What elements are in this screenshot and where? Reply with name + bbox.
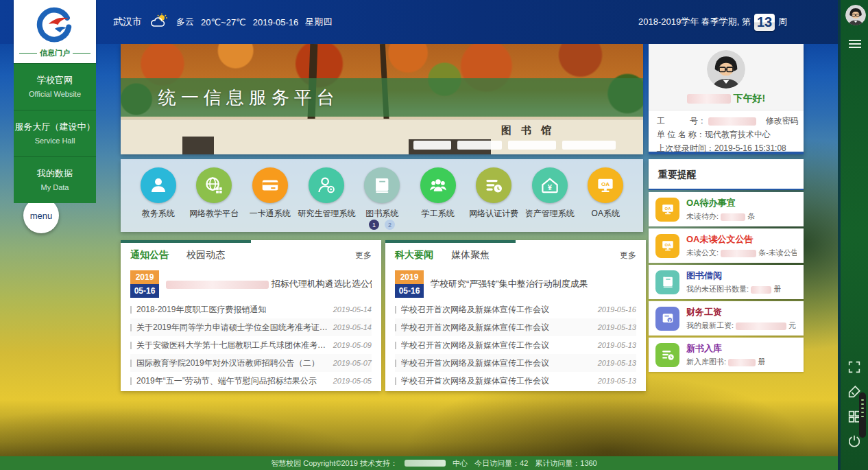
app-label: 一卡通系统: [242, 208, 298, 220]
reminder-new-books[interactable]: 新书入库 新入库图书: 册: [649, 338, 804, 372]
reminder-title-link[interactable]: 财务工资: [686, 306, 796, 318]
hamburger-menu-icon[interactable]: [849, 38, 861, 50]
news-date: 2019-05-09: [333, 341, 372, 349]
user-card: 下午好! 工 号： 修改密码 单 位 名 称：现代教育技术中心 上次登录时间：2…: [649, 44, 804, 154]
reminder-detail: 我的未还图书数量: 册: [686, 284, 781, 294]
app-label: 图书系统: [354, 208, 411, 220]
user-icon: [141, 167, 176, 203]
news-link[interactable]: 关于安徽医科大学第十七届教职工乒乓球团体准考证打印的通知: [136, 340, 328, 351]
news-link[interactable]: 学校召开首次网络及新媒体宣传工作会议: [401, 304, 592, 316]
redacted-banner-links: [413, 141, 616, 150]
date-badge: 2019 05-16: [130, 270, 159, 298]
news-row[interactable]: 学校召开首次网络及新媒体宣传工作会议 2019-05-16: [395, 301, 636, 318]
copyright-text: 智慧校园 Copyright©2019 技术支持：: [271, 458, 398, 469]
app-label: OA系统: [578, 208, 634, 220]
news-row[interactable]: 学校召开首次网络及新媒体宣传工作会议 2019-05-13: [395, 336, 636, 354]
news-row[interactable]: 2019年“五一”劳动节、端午节慰问品招标结果公示 2019-05-05: [130, 372, 372, 390]
sidebar-item-label: 服务大厅（建设中）: [14, 121, 96, 133]
news-link[interactable]: 2019年“五一”劳动节、端午节慰问品招标结果公示: [136, 375, 328, 387]
fullscreen-icon[interactable]: [847, 360, 862, 375]
book-icon: [364, 167, 400, 203]
reminder-oa-todo[interactable]: OA待办事宜 未读待办: 条: [649, 192, 804, 226]
bullet-tick-icon: [395, 377, 396, 385]
news-link[interactable]: 国际教育学院2019年对外汉语教师招聘公告（二）: [136, 357, 328, 369]
news-link[interactable]: 2018-2019年度职工医疗费报销通知: [136, 304, 328, 316]
news-link[interactable]: 学校召开首次网络及新媒体宣传工作会议: [401, 340, 592, 351]
reminder-title-link[interactable]: OA未读公文公告: [686, 233, 797, 246]
scrollbar-widget[interactable]: [859, 392, 866, 438]
reminders-panel: 重要提醒 OA待办事宜 未读待办: 条 OA未读公文公告 未读公文: 条-未读公…: [649, 159, 804, 372]
date-badge: 2019 05-16: [395, 270, 424, 298]
featured-news[interactable]: 2019 05-16 学校研究“严强转”集中整治行动制度成果: [385, 268, 646, 299]
tab-campus-news[interactable]: 校园动态: [186, 249, 225, 261]
news-link[interactable]: 学校召开首次网络及新媒体宣传工作会议: [401, 375, 592, 387]
more-link[interactable]: 更多: [355, 250, 372, 261]
university-news-list: 学校召开首次网络及新媒体宣传工作会议 2019-05-16 学校召开首次网络及新…: [385, 299, 646, 390]
news-row[interactable]: 国际教育学院2019年对外汉语教师招聘公告（二） 2019-05-07: [130, 354, 372, 372]
tab-university-news[interactable]: 科大要闻: [395, 249, 433, 261]
news-link[interactable]: 关于2019年同等学力申请硕士学位全国统考准考证打印的通知: [136, 322, 328, 333]
sidebar-item-service-hall[interactable]: 服务大厅（建设中） Service Hall: [14, 110, 96, 156]
sidebar-item-label: 我的数据: [14, 167, 96, 180]
school-logo-icon: [36, 5, 73, 43]
featured-notice[interactable]: 2019 05-16 招标代理机构遴选比选公告: [121, 268, 381, 299]
reminder-library-loans[interactable]: 图书借阅 我的未还图书数量: 册: [649, 265, 804, 299]
news-row[interactable]: 学校召开首次网络及新媒体宣传工作会议 2019-05-13: [395, 318, 636, 336]
pagination-dot-2[interactable]: 2: [385, 220, 395, 230]
news-link[interactable]: 学校召开首次网络及新媒体宣传工作会议: [401, 322, 592, 333]
banner-band: 统一信息服务平台: [121, 78, 643, 117]
news-date: 2019-05-14: [333, 305, 372, 314]
date-label: 2019-05-16: [253, 17, 299, 27]
news-row[interactable]: 2018-2019年度职工医疗费报销通知 2019-05-14: [130, 301, 372, 318]
redacted-amount: [736, 322, 786, 330]
tab-notices[interactable]: 通知公告: [130, 249, 169, 261]
tab-media-focus[interactable]: 媒体聚焦: [451, 249, 490, 261]
monitor-oa-icon: [655, 234, 679, 258]
news-row[interactable]: 关于安徽医科大学第十七届教职工乒乓球团体准考证打印的通知 2019-05-09: [130, 336, 372, 354]
notices-list: 2018-2019年度职工医疗费报销通知 2019-05-14 关于2019年同…: [121, 299, 381, 390]
weather-icon: [149, 13, 169, 32]
card-yen-icon: [655, 307, 679, 331]
app-label: 资产管理系统: [522, 208, 578, 220]
reminder-detail: 我的最新工资: 元: [686, 320, 796, 331]
featured-news-title[interactable]: 学校研究“严强转”集中整治行动制度成果: [431, 278, 588, 290]
reminder-detail: 未读待办: 条: [686, 211, 755, 222]
weekday-label: 星期四: [305, 16, 332, 28]
sidebar-item-my-data[interactable]: 我的数据 My Data: [14, 156, 96, 203]
user-avatar[interactable]: [707, 50, 745, 89]
news-date: 2019-05-13: [598, 359, 636, 367]
redacted-count: [721, 250, 756, 257]
more-link[interactable]: 更多: [620, 250, 636, 261]
user-avatar[interactable]: [845, 5, 866, 25]
banner-title: 统一信息服务平台: [121, 86, 339, 110]
reminder-title-link[interactable]: 图书借阅: [686, 270, 781, 282]
reminder-oa-unread-docs[interactable]: OA未读公文公告 未读公文: 条-未读公告: [882] 条: [649, 228, 804, 263]
news-row[interactable]: 学校召开首次网络及新媒体宣传工作会议 2019-05-13: [395, 372, 636, 390]
portal-label: 信息门户: [40, 48, 70, 58]
featured-notice-title[interactable]: 招标代理机构遴选比选公告: [166, 278, 372, 290]
globe-icon: [196, 167, 232, 203]
bullet-tick-icon: [130, 377, 132, 385]
sidebar-item-official-website[interactable]: 学校官网 Official Website: [14, 63, 96, 110]
reminder-salary[interactable]: 财务工资 我的最新工资: 元: [649, 301, 804, 336]
change-password-link[interactable]: 修改密码: [766, 116, 799, 126]
sidebar-item-label: 学校官网: [14, 74, 96, 86]
app-label: 网络教学平台: [186, 208, 243, 220]
news-link[interactable]: 学校召开首次网络及新媒体宣传工作会议: [401, 357, 592, 369]
building-entrance: [182, 137, 214, 154]
reminder-title-link[interactable]: 新书入库: [686, 342, 765, 355]
app-label: 学工系统: [410, 208, 466, 220]
monitor-oa-icon: [655, 198, 679, 222]
reminder-title-link[interactable]: OA待办事宜: [686, 197, 755, 209]
library-sign: 图书馆: [501, 124, 561, 137]
redacted-count: [721, 213, 745, 221]
book-icon: [655, 270, 679, 294]
redacted-count: [728, 359, 756, 366]
app-label: 网络认证计费: [466, 208, 522, 220]
news-row[interactable]: 关于2019年同等学力申请硕士学位全国统考准考证打印的通知 2019-05-14: [130, 318, 372, 336]
visits-total: 累计访问量：1360: [535, 458, 596, 469]
topbar: 武汉市 多云 20℃~27℃ 2019-05-16 星期四 2018-2019学…: [0, 0, 868, 44]
bullet-tick-icon: [395, 342, 396, 349]
pagination-dot-1[interactable]: 1: [369, 220, 379, 230]
news-row[interactable]: 学校召开首次网络及新媒体宣传工作会议 2019-05-13: [395, 354, 636, 372]
